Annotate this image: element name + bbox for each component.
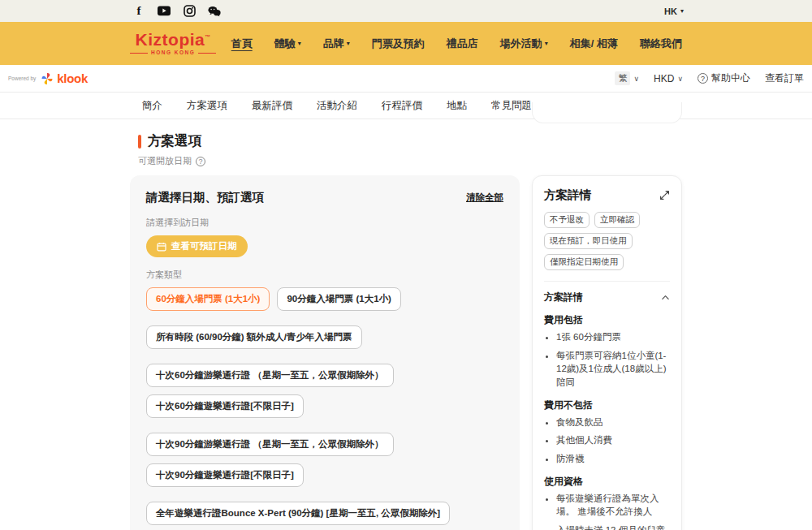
- brand-name: Kiztopia: [136, 30, 205, 49]
- package-options: 60分鐘入場門票 (1大1小) 90分鐘入場門票 (1大1小) 所有時段 (60…: [146, 287, 503, 525]
- question-circle-icon: ?: [698, 73, 708, 84]
- nav-experience[interactable]: 體驗▾: [274, 37, 301, 51]
- tab-location[interactable]: 地點: [447, 99, 467, 113]
- question-circle-icon[interactable]: ?: [196, 157, 205, 166]
- tag-non-refundable: 不予退改: [544, 212, 590, 228]
- package-option-10x90-weekday[interactable]: 十次90分鐘游樂通行證 （星期一至五，公眾假期除外）: [146, 433, 394, 456]
- list-item: 防滑襪: [556, 452, 670, 466]
- nav-gift-shop[interactable]: 禮品店: [447, 37, 478, 51]
- nav-home[interactable]: 首頁: [231, 37, 253, 51]
- nav-gallery[interactable]: 相集/ 相薄: [570, 37, 618, 51]
- policy-tags: 不予退改 立即確認 現在預訂，即日使用 僅限指定日期使用: [544, 212, 670, 270]
- language-label: 繁: [615, 71, 630, 85]
- package-option-10x60-anyday[interactable]: 十次60分鐘遊樂通行證[不限日子]: [146, 394, 304, 418]
- package-option-90min[interactable]: 90分鐘入場門票 (1大1小): [277, 287, 400, 311]
- accent-bar: [138, 135, 141, 149]
- tab-packages[interactable]: 方案選項: [187, 99, 227, 113]
- tab-itinerary-reviews[interactable]: 行程評價: [382, 99, 422, 113]
- powered-by-label: Powered by: [8, 75, 36, 81]
- klook-bar: Powered by klook 繁 ∨ HKD ∨ ? 幫助中心: [0, 65, 812, 93]
- eligibility-list: 每張遊樂通行證為單次入場。 進場後不允許換人 入場時未滿 12 個月的兒童在與已…: [544, 492, 670, 530]
- klook-bar-actions: 繁 ∨ HKD ∨ ? 幫助中心 查看訂單: [615, 71, 804, 85]
- klook-logo[interactable]: klook: [41, 71, 88, 85]
- content-columns: 請選擇日期、預訂選項 清除全部 請選擇到訪日期 查看可預訂日期 方案類型 60分…: [130, 175, 812, 530]
- chevron-up-icon: [661, 293, 670, 302]
- tag-instant-confirmation: 立即確認: [594, 212, 640, 228]
- availability-row: 可選開放日期 ?: [138, 155, 812, 167]
- facebook-icon[interactable]: f: [132, 5, 145, 18]
- wechat-icon[interactable]: [208, 5, 221, 18]
- list-item: 每張遊樂通行證為單次入場。 進場後不允許換人: [556, 492, 670, 519]
- section-header: 方案選項: [138, 132, 812, 150]
- scrolled-card-remnant: [532, 102, 682, 123]
- package-option-10x90-anyday[interactable]: 十次90分鐘遊樂通行證[不限日子]: [146, 463, 304, 487]
- view-available-dates-button[interactable]: 查看可預訂日期: [146, 235, 248, 257]
- region-label: HK: [664, 6, 677, 16]
- klook-logo-text: klook: [57, 71, 88, 85]
- tab-latest-reviews[interactable]: 最新評價: [252, 99, 292, 113]
- details-collapse-header[interactable]: 方案詳情: [544, 291, 670, 304]
- chevron-down-icon: ▾: [680, 7, 684, 15]
- tag-book-now-use-today: 現在預訂，即日使用: [544, 233, 633, 249]
- chevron-down-icon: ▾: [347, 40, 350, 47]
- divider: [544, 281, 670, 282]
- list-item: 食物及飲品: [556, 416, 670, 429]
- trademark-symbol: ™: [205, 34, 211, 40]
- page-title: 方案選項: [148, 132, 201, 150]
- tag-valid-on-selected-date: 僅限指定日期使用: [544, 254, 624, 270]
- package-option-annual-pass[interactable]: 全年遊樂通行證Bounce X-Pert (90分鐘) [星期一至五, 公眾假期…: [146, 502, 450, 525]
- currency-selector[interactable]: HKD ∨: [654, 73, 683, 84]
- main-nav-items: 首頁 體驗▾ 品牌▾ 門票及預約 禮品店 場外活動▾ 相集/ 相薄 聯絡我們: [231, 37, 682, 51]
- nav-tickets-booking[interactable]: 門票及預約: [372, 37, 425, 51]
- klook-logo-mark: [41, 72, 54, 85]
- region-selector[interactable]: HK ▾: [664, 6, 684, 16]
- list-item: 其他個人消費: [556, 433, 670, 447]
- booking-card: 請選擇日期、預訂選項 清除全部 請選擇到訪日期 查看可預訂日期 方案類型 60分…: [130, 175, 520, 530]
- booking-card-title: 請選擇日期、預訂選項: [146, 190, 264, 205]
- kiztopia-logo[interactable]: Kiztopia™ HONG KONG: [130, 31, 216, 56]
- instagram-icon[interactable]: [183, 5, 196, 18]
- chevron-down-icon: ∨: [633, 75, 639, 83]
- availability-label: 可選開放日期: [138, 155, 192, 167]
- nav-offsite-events[interactable]: 場外活動▾: [500, 37, 548, 51]
- nav-brands[interactable]: 品牌▾: [323, 37, 350, 51]
- chevron-down-icon: ∨: [677, 75, 683, 83]
- chevron-down-icon: ▾: [545, 40, 548, 47]
- calendar-icon: [157, 242, 166, 252]
- social-links: f: [132, 5, 221, 18]
- excludes-list: 食物及飲品 其他個人消費 防滑襪: [544, 416, 670, 466]
- visit-date-label: 請選擇到訪日期: [146, 217, 503, 229]
- view-orders-link[interactable]: 查看訂單: [765, 71, 804, 85]
- list-item: 每張門票可容納1位小童(1-12歲)及1位成人(18歲以上)陪同: [556, 349, 670, 390]
- page: f HK ▾ Kiztopia™ HONG KONG: [0, 0, 812, 530]
- includes-heading: 費用包括: [544, 313, 670, 327]
- currency-label: HKD: [654, 73, 674, 84]
- decorative-line: [198, 53, 216, 54]
- top-utility-bar: f HK ▾: [0, 0, 812, 22]
- anchor-tab-bar: 簡介 方案選項 最新評價 活動介紹 行程評價 地點 常見問題: [0, 93, 812, 119]
- help-center-label: 幫助中心: [711, 71, 750, 85]
- package-option-60min[interactable]: 60分鐘入場門票 (1大1小): [146, 287, 270, 311]
- package-option-10x60-weekday[interactable]: 十次60分鐘游樂通行證 （星期一至五，公眾假期除外）: [146, 364, 394, 387]
- clear-all-link[interactable]: 清除全部: [466, 192, 503, 204]
- tab-activity-info[interactable]: 活動介紹: [317, 99, 357, 113]
- excludes-heading: 費用不包括: [544, 399, 670, 412]
- package-type-label: 方案類型: [146, 269, 503, 281]
- help-center-link[interactable]: ? 幫助中心: [698, 71, 750, 85]
- main-nav-bar: Kiztopia™ HONG KONG 首頁 體驗▾ 品牌▾ 門票及預約 禮品店…: [0, 22, 812, 65]
- list-item: 入場時未滿 12 個月的兒童在與已購票小朋友的陪同下可免費入場，並需提供出生證明…: [556, 524, 670, 530]
- package-option-extra-adult[interactable]: 所有時段 (60/90分鐘) 額外成人/青少年入場門票: [146, 325, 362, 349]
- eligibility-heading: 使用資格: [544, 475, 670, 489]
- brand-subtitle: HONG KONG: [151, 50, 195, 56]
- includes-list: 1張 60分鐘門票 每張門票可容納1位小童(1-12歲)及1位成人(18歲以上)…: [544, 330, 670, 390]
- nav-contact[interactable]: 聯絡我們: [640, 37, 682, 51]
- list-item: 1張 60分鐘門票: [556, 330, 670, 344]
- expand-icon[interactable]: [659, 190, 670, 200]
- tab-faq[interactable]: 常見問題: [491, 99, 532, 113]
- youtube-icon[interactable]: [158, 5, 171, 18]
- package-details-card: 方案詳情 不予退改 立即確認 現在預訂，即日使用 僅限指定日期使用 方案詳情 費…: [532, 175, 682, 530]
- tab-overview[interactable]: 簡介: [142, 99, 162, 113]
- chevron-down-icon: ▾: [298, 40, 301, 47]
- language-selector[interactable]: 繁 ∨: [615, 71, 639, 85]
- view-orders-label: 查看訂單: [765, 71, 804, 85]
